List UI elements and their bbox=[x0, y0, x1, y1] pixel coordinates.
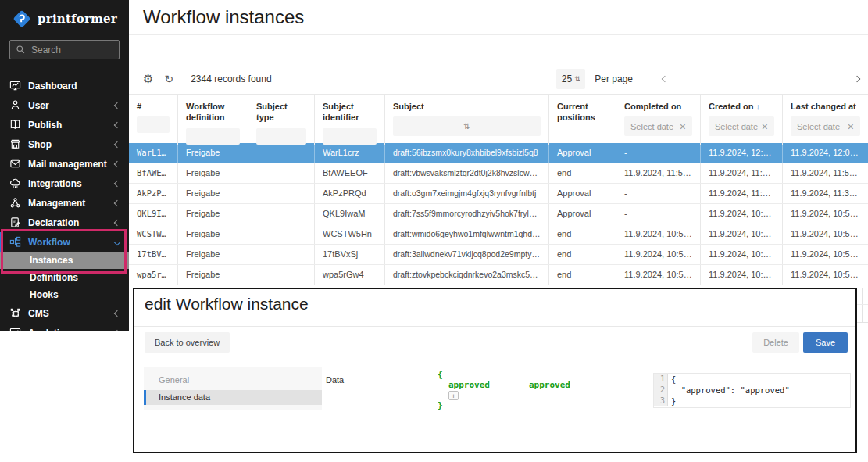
cell-last-changed-at: 11.9.2024, 11:56:53 bbox=[783, 163, 868, 183]
sidebar-item-mail-management[interactable]: Mail management bbox=[0, 154, 129, 174]
sidebar-item-definitions[interactable]: Definitions bbox=[0, 269, 129, 286]
tree-expand-button[interactable]: + bbox=[448, 391, 459, 400]
clear-filter-icon[interactable]: × bbox=[680, 120, 686, 133]
cell-subject-type bbox=[248, 204, 315, 224]
column-header[interactable]: Current positions bbox=[557, 101, 608, 124]
next-page-button[interactable] bbox=[855, 77, 859, 81]
instances-table: # Workflow definition Subject type Subje… bbox=[129, 94, 868, 285]
settings-gear-icon[interactable]: ⚙ bbox=[143, 72, 153, 86]
chevron-left-icon bbox=[114, 160, 120, 167]
cell-definition: Freigabe bbox=[178, 265, 248, 285]
editor-line: 1 { bbox=[654, 374, 850, 385]
cell-subject: draft:o3gm7xeimgjm4gfxjq3rynfvgrfnlbtj bbox=[385, 184, 549, 203]
filter-input-subject-type[interactable] bbox=[256, 128, 306, 145]
chevron-left-icon bbox=[662, 76, 668, 82]
sidebar-item-workflow[interactable]: Workflow bbox=[0, 232, 129, 252]
search-box[interactable] bbox=[9, 40, 120, 59]
column-subject: Subject ⇅ bbox=[385, 95, 549, 145]
line-number: 2 bbox=[654, 385, 668, 396]
sidebar-item-label: Management bbox=[28, 198, 108, 209]
cms-icon bbox=[9, 307, 21, 319]
dashboard-icon bbox=[9, 80, 21, 91]
sidebar-item-hooks[interactable]: Hooks bbox=[0, 286, 129, 303]
filter-input-definition[interactable] bbox=[186, 128, 240, 145]
table-row[interactable]: WCSTW5Hn Freigabe WCSTW5Hn draft:wmido6g… bbox=[129, 224, 868, 245]
chevron-left-icon bbox=[114, 219, 120, 225]
tab-instance-data[interactable]: Instance data bbox=[144, 390, 322, 405]
column-completed-on: Completed on Select date × bbox=[616, 95, 701, 145]
sidebar-item-publish[interactable]: Publish bbox=[0, 115, 129, 134]
sidebar-item-label: Integrations bbox=[28, 178, 108, 189]
tree-key[interactable]: approved bbox=[448, 380, 490, 390]
divider bbox=[129, 34, 868, 35]
column-header[interactable]: # bbox=[137, 101, 170, 112]
date-filter-created-on[interactable]: Select date × bbox=[709, 116, 774, 136]
sidebar-item-declaration[interactable]: Declaration bbox=[0, 213, 129, 232]
cell-current-positions: end bbox=[549, 163, 616, 183]
refresh-icon[interactable]: ↻ bbox=[164, 73, 173, 85]
clear-filter-icon[interactable]: × bbox=[848, 120, 854, 133]
sidebar-item-management[interactable]: Management bbox=[0, 193, 129, 213]
filter-input-id[interactable] bbox=[137, 116, 170, 133]
cell-current-positions: end bbox=[549, 224, 616, 244]
tree-open-brace: { bbox=[438, 370, 490, 380]
cell-subject: draft:ztovkpebckciqdnrkevo2a3mskc59d31 bbox=[385, 265, 549, 285]
prev-page-button[interactable] bbox=[663, 77, 667, 81]
column-header[interactable]: Last changed at bbox=[791, 101, 860, 112]
sidebar-item-user[interactable]: User bbox=[0, 95, 129, 115]
column-header[interactable]: Subject type bbox=[256, 101, 306, 124]
analytics-icon bbox=[9, 327, 21, 331]
column-header[interactable]: Created on↓ bbox=[709, 101, 774, 112]
table-row[interactable]: WarL1crz Freigabe WarL1crz draft:56ibzsm… bbox=[129, 143, 868, 163]
sidebar-item-shop[interactable]: Shop bbox=[0, 134, 129, 154]
sidebar-item-label: Workflow bbox=[28, 237, 108, 248]
line-number: 1 bbox=[654, 374, 668, 385]
table-row[interactable]: AkPzPRQd Freigabe AkPzPRQd draft:o3gm7xe… bbox=[129, 184, 868, 204]
cell-last-changed-at: 11.9.2024, 10:56:11 bbox=[783, 224, 868, 244]
cell-last-changed-at: 11.9.2024, 11:37:28 bbox=[783, 184, 868, 203]
delete-button[interactable]: Delete bbox=[752, 332, 799, 353]
column-header[interactable]: Subject identifier bbox=[323, 101, 377, 124]
toolbar: ⚙ ↻ 2344 records found 25 ⇅ Per page bbox=[129, 66, 868, 92]
cell-completed-on: 11.9.2024, 10:56:11 bbox=[616, 224, 701, 244]
cell-id: QKL9IwaM bbox=[129, 204, 178, 224]
column-header[interactable]: Completed on bbox=[624, 101, 692, 112]
cell-subject-identifier: WarL1crz bbox=[315, 143, 385, 163]
page-title: Workflow instances bbox=[143, 6, 304, 28]
cell-id: BfAWEE0F bbox=[129, 163, 178, 183]
date-filter-last-changed[interactable]: Select date × bbox=[791, 116, 860, 136]
table-row[interactable]: 17tBVxSj Freigabe 17tBVxSj draft:3aliwdn… bbox=[129, 245, 868, 265]
edit-instance-modal: edit Workflow instance Back to overview … bbox=[133, 288, 857, 453]
cell-created-on: 11.9.2024, 10:52:47 bbox=[701, 204, 783, 224]
tree-value[interactable]: approved bbox=[529, 380, 570, 390]
table-row[interactable]: wpa5rGw4 Freigabe wpa5rGw4 draft:ztovkpe… bbox=[129, 265, 868, 285]
table-row[interactable]: QKL9IwaM Freigabe QKL9IwaM draft:7ss5f9m… bbox=[129, 204, 868, 224]
chevron-left-icon bbox=[114, 141, 120, 147]
cell-created-on: 11.9.2024, 10:50:06 bbox=[701, 224, 783, 244]
date-filter-completed-on[interactable]: Select date × bbox=[624, 116, 692, 136]
search-input[interactable] bbox=[31, 45, 113, 56]
envelope-icon bbox=[9, 158, 21, 170]
cell-subject: draft:3aliwdnekv71vkljcq8pod2e9mptytrq bbox=[385, 245, 549, 264]
back-to-overview-button[interactable]: Back to overview bbox=[145, 332, 230, 353]
column-header[interactable]: Workflow definition bbox=[186, 101, 240, 124]
sidebar-item-analytics[interactable]: Analytics bbox=[0, 323, 129, 331]
sidebar-item-instances[interactable]: Instances bbox=[0, 252, 129, 269]
sidebar-nav: Dashboard User Publish Shop bbox=[0, 76, 129, 331]
sidebar-item-cms[interactable]: CMS bbox=[0, 303, 129, 323]
json-code-editor[interactable]: 1 { 2 "approved": "approved" 3 } bbox=[653, 373, 851, 408]
filter-input-subject-identifier[interactable] bbox=[323, 128, 377, 145]
column-header[interactable]: Subject bbox=[393, 101, 541, 112]
sidebar-item-integrations[interactable]: Integrations bbox=[0, 174, 129, 193]
sidebar-item-dashboard[interactable]: Dashboard bbox=[0, 76, 129, 95]
cell-last-changed-at: 11.9.2024, 10:52:47 bbox=[783, 204, 868, 224]
modal-section-nav: General Instance data bbox=[144, 367, 322, 410]
cell-subject-identifier: WCSTW5Hn bbox=[315, 224, 385, 244]
app-screen: printformer Dashboard User bbox=[0, 0, 868, 462]
tab-general[interactable]: General bbox=[144, 375, 322, 385]
filter-select-subject[interactable]: ⇅ bbox=[393, 116, 541, 136]
clear-filter-icon[interactable]: × bbox=[762, 120, 768, 133]
per-page-select[interactable]: 25 ⇅ bbox=[556, 69, 585, 89]
save-button[interactable]: Save bbox=[803, 332, 848, 353]
table-row[interactable]: BfAWEE0F Freigabe BfAWEEOF draft:vbwsvak… bbox=[129, 163, 868, 184]
